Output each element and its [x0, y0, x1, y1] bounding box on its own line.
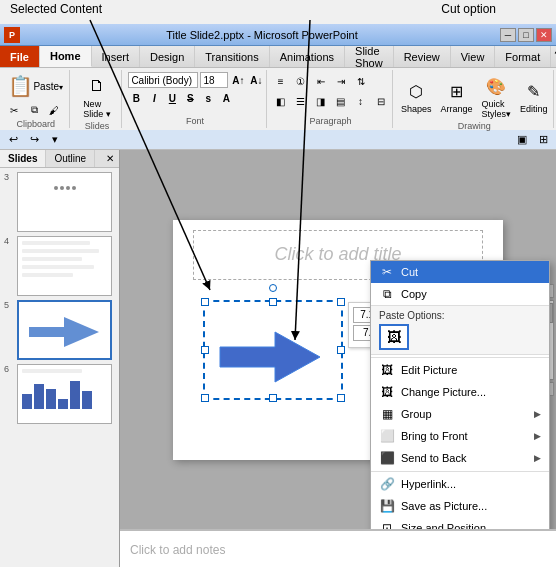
text-direction-button[interactable]: ⇅: [352, 72, 370, 90]
resize-handle-bl[interactable]: [201, 394, 209, 402]
slide-preview-5[interactable]: [17, 300, 112, 360]
slide-thumb-5[interactable]: 5: [4, 300, 115, 360]
clipboard-label: Clipboard: [16, 119, 55, 129]
app-icon: P: [4, 27, 20, 43]
ctx-edit-picture[interactable]: 🖼 Edit Picture: [371, 357, 549, 381]
view-normal-button[interactable]: ▣: [513, 132, 531, 148]
tab-transitions[interactable]: Transitions: [195, 46, 269, 67]
ctx-change-picture-label: Change Picture...: [401, 386, 541, 398]
resize-handle-ml[interactable]: [201, 346, 209, 354]
shadow-button[interactable]: s: [200, 90, 216, 106]
slide-tabs: Slides Outline ✕: [0, 150, 119, 168]
line-spacing-button[interactable]: ↕: [352, 92, 370, 110]
ctx-size-position[interactable]: ⊡ Size and Position...: [371, 517, 549, 529]
paste-button[interactable]: 📋 Paste▾: [5, 72, 66, 100]
columns-button[interactable]: ⊟: [372, 92, 390, 110]
close-button[interactable]: ✕: [536, 28, 552, 42]
paragraph-label: Paragraph: [310, 116, 352, 126]
numbering-button[interactable]: ①: [292, 72, 310, 90]
copy-button[interactable]: ⧉: [25, 101, 43, 119]
font-color-button[interactable]: A: [218, 90, 234, 106]
ctx-hyperlink[interactable]: 🔗 Hyperlink...: [371, 471, 549, 495]
slide-panel: Slides Outline ✕ 3: [0, 150, 120, 567]
ctx-hyperlink-label: Hyperlink...: [401, 478, 541, 490]
font-size-input[interactable]: [200, 72, 228, 88]
selected-shape[interactable]: [203, 300, 343, 400]
new-slide-button[interactable]: 🗋 NewSlide ▾: [80, 72, 114, 121]
tab-home[interactable]: Home: [40, 46, 92, 67]
ribbon-group-drawing: ⬡ Shapes ⊞ Arrange 🎨 QuickStyles▾ ✎ Edit…: [395, 70, 554, 128]
ribbon-tabs: File Home Insert Design Transitions Anim…: [0, 46, 556, 68]
slide-thumb-4[interactable]: 4: [4, 236, 115, 296]
panel-close-button[interactable]: ✕: [101, 150, 119, 167]
resize-handle-tr[interactable]: [337, 298, 345, 306]
minimize-button[interactable]: ─: [500, 28, 516, 42]
shapes-button[interactable]: ⬡ Shapes: [398, 77, 435, 116]
ctx-bring-to-front[interactable]: ⬜ Bring to Front ▶: [371, 425, 549, 447]
font-name-input[interactable]: [128, 72, 198, 88]
paste-option-1[interactable]: 🖼: [379, 324, 409, 350]
resize-handle-tm[interactable]: [269, 298, 277, 306]
slide-thumb-6[interactable]: 6: [4, 364, 115, 424]
ctx-group[interactable]: ▦ Group ▶: [371, 403, 549, 425]
bring-front-arrow-icon: ▶: [534, 431, 541, 441]
ribbon-content: 📋 Paste▾ ✂ ⧉ 🖌 Clipboard 🗋 NewSlide ▾ Sl…: [0, 68, 556, 130]
ctx-cut[interactable]: ✂ Cut: [371, 261, 549, 283]
paste-option-buttons: 🖼: [379, 324, 541, 350]
redo-button[interactable]: ↪: [25, 132, 43, 148]
tab-file[interactable]: File: [0, 46, 40, 67]
qat-dropdown-button[interactable]: ▾: [46, 132, 64, 148]
indent-left-button[interactable]: ⇤: [312, 72, 330, 90]
ctx-change-picture[interactable]: 🖼 Change Picture...: [371, 381, 549, 403]
resize-handle-tl[interactable]: [201, 298, 209, 306]
undo-button[interactable]: ↩: [4, 132, 22, 148]
align-center-button[interactable]: ☰: [292, 92, 310, 110]
align-left-button[interactable]: ◧: [272, 92, 290, 110]
justify-button[interactable]: ▤: [332, 92, 350, 110]
resize-handle-br[interactable]: [337, 394, 345, 402]
cut-button[interactable]: ✂: [5, 101, 23, 119]
send-back-arrow-icon: ▶: [534, 453, 541, 463]
quick-access-toolbar: ↩ ↪ ▾ ▣ ⊞: [0, 130, 556, 150]
tab-slides[interactable]: Slides: [0, 150, 46, 167]
indent-right-button[interactable]: ⇥: [332, 72, 350, 90]
tab-outline[interactable]: Outline: [46, 150, 95, 167]
maximize-button[interactable]: □: [518, 28, 534, 42]
grow-font-button[interactable]: A↑: [230, 72, 246, 88]
tab-insert[interactable]: Insert: [92, 46, 141, 67]
tab-review[interactable]: Review: [394, 46, 451, 67]
resize-handle-mr[interactable]: [337, 346, 345, 354]
slide-thumb-3[interactable]: 3: [4, 172, 115, 232]
rotate-handle[interactable]: [269, 284, 277, 292]
ribbon-help[interactable]: ?: [551, 46, 556, 67]
slides-label: Slides: [85, 121, 110, 131]
quick-styles-button[interactable]: 🎨 QuickStyles▾: [478, 72, 514, 121]
ribbon-group-slides: 🗋 NewSlide ▾ Slides: [72, 70, 122, 128]
tab-format[interactable]: Format: [495, 46, 551, 67]
notes-area[interactable]: Click to add notes: [120, 529, 556, 567]
ctx-copy[interactable]: ⧉ Copy: [371, 283, 549, 305]
tab-animations[interactable]: Animations: [270, 46, 345, 67]
strikethrough-button[interactable]: S: [182, 90, 198, 106]
bullets-button[interactable]: ≡: [272, 72, 290, 90]
slides-list: 3 4: [0, 168, 119, 567]
arrange-button[interactable]: ⊞ Arrange: [437, 77, 475, 116]
slide-preview-3[interactable]: [17, 172, 112, 232]
underline-button[interactable]: U: [164, 90, 180, 106]
ribbon-group-paragraph: ≡ ① ⇤ ⇥ ⇅ ◧ ☰ ◨ ▤ ↕ ⊟ Paragraph: [269, 70, 394, 128]
slide-preview-4[interactable]: [17, 236, 112, 296]
ribbon-group-clipboard: 📋 Paste▾ ✂ ⧉ 🖌 Clipboard: [2, 70, 70, 128]
tab-slideshow[interactable]: Slide Show: [345, 46, 394, 67]
tab-design[interactable]: Design: [140, 46, 195, 67]
slide-preview-6[interactable]: [17, 364, 112, 424]
align-right-button[interactable]: ◨: [312, 92, 330, 110]
italic-button[interactable]: I: [146, 90, 162, 106]
view-fit-button[interactable]: ⊞: [534, 132, 552, 148]
tab-view[interactable]: View: [451, 46, 496, 67]
ctx-save-as-picture[interactable]: 💾 Save as Picture...: [371, 495, 549, 517]
format-painter-button[interactable]: 🖌: [45, 101, 63, 119]
shrink-font-button[interactable]: A↓: [248, 72, 264, 88]
ctx-send-to-back[interactable]: ⬛ Send to Back ▶: [371, 447, 549, 469]
editing-button[interactable]: ✎ Editing: [517, 77, 551, 116]
bold-button[interactable]: B: [128, 90, 144, 106]
